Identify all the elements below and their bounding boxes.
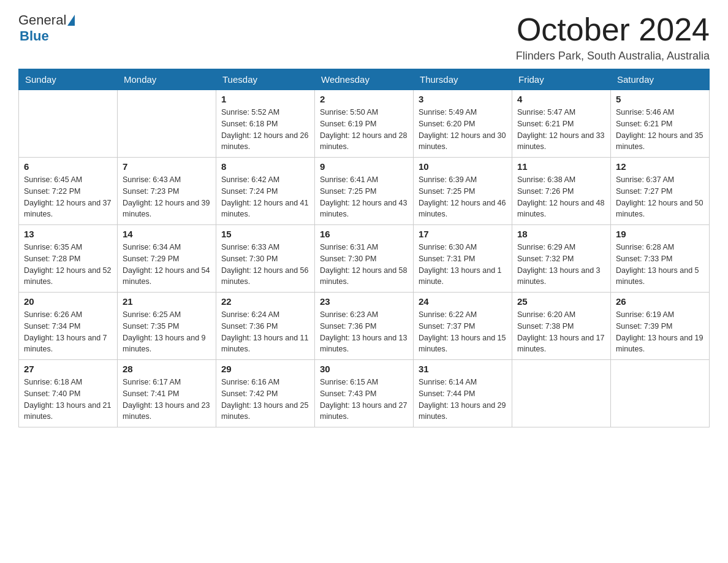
calendar-cell-5-2: 28Sunrise: 6:17 AMSunset: 7:41 PMDayligh… (118, 360, 216, 427)
day-number: 15 (221, 229, 309, 239)
calendar-cell-1-5: 3Sunrise: 5:49 AMSunset: 6:20 PMDaylight… (414, 90, 512, 158)
day-info: Sunrise: 6:39 AMSunset: 7:25 PMDaylight:… (419, 174, 507, 220)
logo: General Blue (18, 12, 76, 44)
calendar-cell-2-6: 11Sunrise: 6:38 AMSunset: 7:26 PMDayligh… (512, 158, 611, 225)
calendar-cell-4-2: 21Sunrise: 6:25 AMSunset: 7:35 PMDayligh… (118, 293, 216, 360)
day-number: 16 (320, 229, 408, 239)
calendar-cell-2-1: 6Sunrise: 6:45 AMSunset: 7:22 PMDaylight… (19, 158, 118, 225)
day-number: 23 (320, 296, 408, 307)
day-number: 9 (320, 161, 408, 172)
day-number: 22 (221, 296, 309, 307)
day-info: Sunrise: 6:38 AMSunset: 7:26 PMDaylight:… (517, 174, 605, 220)
header-sunday: Sunday (19, 69, 118, 90)
calendar-cell-3-5: 17Sunrise: 6:30 AMSunset: 7:31 PMDayligh… (414, 225, 512, 293)
calendar-cell-4-6: 25Sunrise: 6:20 AMSunset: 7:38 PMDayligh… (512, 293, 611, 360)
calendar-cell-5-4: 30Sunrise: 6:15 AMSunset: 7:43 PMDayligh… (315, 360, 414, 427)
day-info: Sunrise: 6:43 AMSunset: 7:23 PMDaylight:… (123, 174, 211, 220)
calendar-cell-1-6: 4Sunrise: 5:47 AMSunset: 6:21 PMDaylight… (512, 90, 611, 158)
calendar-week-row-1: 1Sunrise: 5:52 AMSunset: 6:18 PMDaylight… (19, 90, 710, 158)
day-number: 17 (419, 229, 507, 239)
day-info: Sunrise: 6:23 AMSunset: 7:36 PMDaylight:… (320, 309, 408, 355)
header-friday: Friday (512, 69, 611, 90)
day-info: Sunrise: 6:34 AMSunset: 7:29 PMDaylight:… (123, 242, 211, 288)
calendar-cell-2-5: 10Sunrise: 6:39 AMSunset: 7:25 PMDayligh… (414, 158, 512, 225)
header-saturday: Saturday (611, 69, 710, 90)
location-subtitle: Flinders Park, South Australia, Australi… (516, 50, 710, 63)
day-number: 8 (221, 161, 309, 172)
calendar-cell-1-1 (19, 90, 118, 158)
calendar-cell-5-3: 29Sunrise: 6:16 AMSunset: 7:42 PMDayligh… (216, 360, 315, 427)
calendar-cell-4-4: 23Sunrise: 6:23 AMSunset: 7:36 PMDayligh… (315, 293, 414, 360)
calendar-cell-3-4: 16Sunrise: 6:31 AMSunset: 7:30 PMDayligh… (315, 225, 414, 293)
title-area: October 2024 Flinders Park, South Austra… (516, 12, 710, 63)
day-info: Sunrise: 6:45 AMSunset: 7:22 PMDaylight:… (24, 174, 112, 220)
day-info: Sunrise: 6:35 AMSunset: 7:28 PMDaylight:… (24, 242, 112, 288)
logo-general-text: General (18, 12, 66, 28)
calendar-cell-3-3: 15Sunrise: 6:33 AMSunset: 7:30 PMDayligh… (216, 225, 315, 293)
day-number: 30 (320, 364, 408, 374)
day-number: 25 (517, 296, 605, 307)
day-info: Sunrise: 6:22 AMSunset: 7:37 PMDaylight:… (419, 309, 507, 355)
calendar-cell-4-5: 24Sunrise: 6:22 AMSunset: 7:37 PMDayligh… (414, 293, 512, 360)
day-info: Sunrise: 5:46 AMSunset: 6:21 PMDaylight:… (616, 107, 704, 153)
day-number: 26 (616, 296, 704, 307)
day-info: Sunrise: 6:25 AMSunset: 7:35 PMDaylight:… (123, 309, 211, 355)
day-info: Sunrise: 6:33 AMSunset: 7:30 PMDaylight:… (221, 242, 309, 288)
header: General Blue October 2024 Flinders Park,… (18, 12, 710, 63)
day-info: Sunrise: 6:28 AMSunset: 7:33 PMDaylight:… (616, 242, 704, 288)
day-info: Sunrise: 6:20 AMSunset: 7:38 PMDaylight:… (517, 309, 605, 355)
month-title: October 2024 (516, 12, 710, 47)
calendar-table: Sunday Monday Tuesday Wednesday Thursday… (18, 69, 710, 427)
day-info: Sunrise: 6:16 AMSunset: 7:42 PMDaylight:… (221, 377, 309, 423)
day-info: Sunrise: 6:37 AMSunset: 7:27 PMDaylight:… (616, 174, 704, 220)
calendar-cell-4-1: 20Sunrise: 6:26 AMSunset: 7:34 PMDayligh… (19, 293, 118, 360)
calendar-week-row-4: 20Sunrise: 6:26 AMSunset: 7:34 PMDayligh… (19, 293, 710, 360)
day-number: 31 (419, 364, 507, 374)
calendar-cell-5-1: 27Sunrise: 6:18 AMSunset: 7:40 PMDayligh… (19, 360, 118, 427)
calendar-cell-3-7: 19Sunrise: 6:28 AMSunset: 7:33 PMDayligh… (611, 225, 710, 293)
day-number: 11 (517, 161, 605, 172)
day-number: 10 (419, 161, 507, 172)
day-info: Sunrise: 5:52 AMSunset: 6:18 PMDaylight:… (221, 107, 309, 153)
calendar-cell-2-2: 7Sunrise: 6:43 AMSunset: 7:23 PMDaylight… (118, 158, 216, 225)
calendar-cell-3-2: 14Sunrise: 6:34 AMSunset: 7:29 PMDayligh… (118, 225, 216, 293)
day-number: 6 (24, 161, 112, 172)
calendar-cell-2-7: 12Sunrise: 6:37 AMSunset: 7:27 PMDayligh… (611, 158, 710, 225)
header-thursday: Thursday (414, 69, 512, 90)
day-info: Sunrise: 6:14 AMSunset: 7:44 PMDaylight:… (419, 377, 507, 423)
day-number: 20 (24, 296, 112, 307)
calendar-cell-3-1: 13Sunrise: 6:35 AMSunset: 7:28 PMDayligh… (19, 225, 118, 293)
calendar-cell-5-6 (512, 360, 611, 427)
calendar-cell-2-4: 9Sunrise: 6:41 AMSunset: 7:25 PMDaylight… (315, 158, 414, 225)
calendar-cell-1-4: 2Sunrise: 5:50 AMSunset: 6:19 PMDaylight… (315, 90, 414, 158)
day-info: Sunrise: 5:50 AMSunset: 6:19 PMDaylight:… (320, 107, 408, 153)
day-number: 13 (24, 229, 112, 239)
calendar-cell-1-7: 5Sunrise: 5:46 AMSunset: 6:21 PMDaylight… (611, 90, 710, 158)
day-number: 3 (419, 94, 507, 104)
day-info: Sunrise: 6:17 AMSunset: 7:41 PMDaylight:… (123, 377, 211, 423)
day-number: 19 (616, 229, 704, 239)
day-info: Sunrise: 6:19 AMSunset: 7:39 PMDaylight:… (616, 309, 704, 355)
day-info: Sunrise: 5:49 AMSunset: 6:20 PMDaylight:… (419, 107, 507, 153)
calendar-header-row: Sunday Monday Tuesday Wednesday Thursday… (19, 69, 710, 90)
day-number: 2 (320, 94, 408, 104)
calendar-cell-2-3: 8Sunrise: 6:42 AMSunset: 7:24 PMDaylight… (216, 158, 315, 225)
header-tuesday: Tuesday (216, 69, 315, 90)
day-info: Sunrise: 6:24 AMSunset: 7:36 PMDaylight:… (221, 309, 309, 355)
calendar-week-row-2: 6Sunrise: 6:45 AMSunset: 7:22 PMDaylight… (19, 158, 710, 225)
day-info: Sunrise: 6:30 AMSunset: 7:31 PMDaylight:… (419, 242, 507, 288)
day-info: Sunrise: 6:31 AMSunset: 7:30 PMDaylight:… (320, 242, 408, 288)
logo-triangle-icon (67, 15, 75, 26)
calendar-cell-4-7: 26Sunrise: 6:19 AMSunset: 7:39 PMDayligh… (611, 293, 710, 360)
calendar-cell-5-5: 31Sunrise: 6:14 AMSunset: 7:44 PMDayligh… (414, 360, 512, 427)
day-number: 29 (221, 364, 309, 374)
calendar-cell-4-3: 22Sunrise: 6:24 AMSunset: 7:36 PMDayligh… (216, 293, 315, 360)
day-number: 14 (123, 229, 211, 239)
day-number: 4 (517, 94, 605, 104)
logo-blue-text: Blue (20, 28, 49, 44)
day-info: Sunrise: 6:29 AMSunset: 7:32 PMDaylight:… (517, 242, 605, 288)
day-info: Sunrise: 6:15 AMSunset: 7:43 PMDaylight:… (320, 377, 408, 423)
calendar-week-row-3: 13Sunrise: 6:35 AMSunset: 7:28 PMDayligh… (19, 225, 710, 293)
calendar-cell-3-6: 18Sunrise: 6:29 AMSunset: 7:32 PMDayligh… (512, 225, 611, 293)
day-number: 7 (123, 161, 211, 172)
